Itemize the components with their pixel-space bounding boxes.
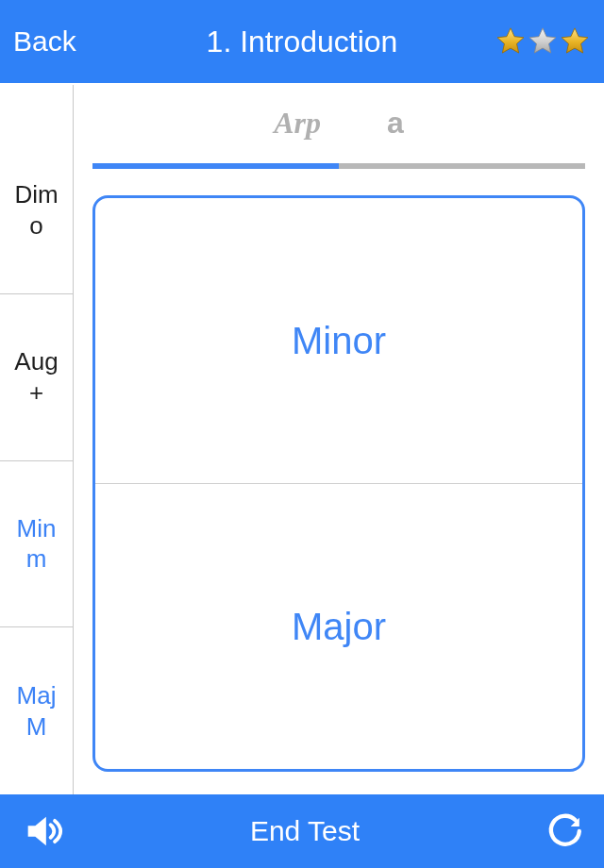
sidebar-item-label: Min [17, 513, 57, 544]
star-icon [495, 25, 527, 58]
star-icon [527, 25, 559, 58]
mode-tabs: Arp a [92, 106, 585, 141]
app-root: Back 1. Introduction [0, 0, 604, 868]
speaker-icon [21, 810, 64, 853]
navbar: Back 1. Introduction [0, 0, 604, 83]
rating-stars [495, 25, 591, 58]
sidebar-item-symbol: m [26, 543, 47, 575]
tab-arp[interactable]: Arp [274, 106, 321, 141]
sidebar-item-label: Dim [14, 179, 58, 210]
back-button[interactable]: Back [13, 25, 76, 58]
sidebar-item-symbol: M [26, 711, 47, 743]
sidebar-item-label: Aug [14, 346, 58, 377]
sidebar-item-symbol: + [29, 377, 43, 409]
sidebar-item-label: Maj [17, 680, 57, 711]
tab-a[interactable]: a [387, 106, 404, 141]
sidebar-item-symbol: o [29, 210, 42, 242]
sidebar-item-min[interactable]: Min m [0, 461, 73, 628]
answer-option-minor[interactable]: Minor [95, 198, 582, 483]
sound-button[interactable] [21, 810, 64, 853]
progress-bar [92, 163, 585, 169]
body: Dim o Aug + Min m Maj M Arp a [0, 83, 604, 794]
bottombar: End Test [0, 794, 604, 868]
main-content: Arp a Minor Major [74, 85, 604, 794]
end-test-button[interactable]: End Test [250, 815, 360, 847]
sidebar-item-aug[interactable]: Aug + [0, 294, 73, 461]
refresh-icon [545, 812, 583, 850]
replay-button[interactable] [545, 812, 583, 850]
sidebar-item-maj[interactable]: Maj M [0, 627, 73, 794]
answer-option-major[interactable]: Major [95, 484, 582, 769]
sidebar: Dim o Aug + Min m Maj M [0, 85, 74, 794]
sidebar-item-dim[interactable]: Dim o [0, 127, 73, 294]
answer-card: Minor Major [92, 195, 585, 772]
progress-fill [92, 163, 339, 169]
star-icon [559, 25, 591, 58]
